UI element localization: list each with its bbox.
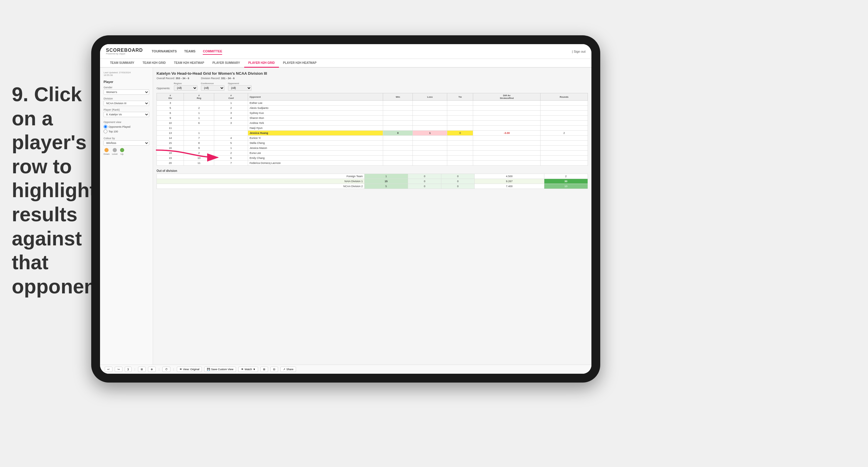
nav-tournaments[interactable]: TOURNAMENTS xyxy=(152,48,177,55)
tab-team-h2h-grid[interactable]: TEAM H2H GRID xyxy=(138,59,170,68)
th-tie: Tie xyxy=(447,93,473,101)
tab-player-h2h-grid[interactable]: PLAYER H2H GRID xyxy=(244,59,279,68)
division-label: Division xyxy=(103,97,149,100)
legend-level: Level xyxy=(112,148,117,155)
table-row[interactable]: 14 7 4 Eunice Yi xyxy=(157,136,588,141)
bottom-toolbar: ↩ ↪ ⟫ | ⊞ ⊕ | ⏱ | 👁 View: Original 💾 Sav… xyxy=(100,365,591,374)
out-of-division-section: Out of division Foreign Team 1 0 0 4.500… xyxy=(157,169,588,189)
filter-row: Opponents: Region (All) Conference (All) xyxy=(157,82,588,91)
nav-bar: SCOREBOARD Powered by clippd TOURNAMENTS… xyxy=(100,44,591,59)
main-content: Last Updated: 27/03/2024 16:55:38 Player… xyxy=(100,68,591,365)
tablet-frame: SCOREBOARD Powered by clippd TOURNAMENTS… xyxy=(91,35,600,382)
nav-committee[interactable]: COMMITTEE xyxy=(203,48,222,55)
grid-title: Katelyn Vo Head-to-Head Grid for Women's… xyxy=(157,71,588,75)
logo-main: SCOREBOARD xyxy=(106,48,143,53)
annotation-text: 9. Click on a player's row to highlight … xyxy=(12,83,91,299)
division-select[interactable]: NCAA Division III xyxy=(103,101,149,106)
table-row[interactable]: 10 6 3 Andrea York xyxy=(157,121,588,126)
table-row[interactable]: 20 11 7 Federica Domecq Lacroze xyxy=(157,161,588,166)
opponent-view: Opponent view Opponents Played Top 100 xyxy=(103,121,149,133)
table-row[interactable]: 15 8 5 Stella Cheng xyxy=(157,141,588,146)
opponent-select[interactable]: (All) xyxy=(228,85,252,91)
copy-button[interactable]: ⊞ xyxy=(138,367,146,372)
th-win: Win xyxy=(383,93,413,101)
opponents-label: Opponents: xyxy=(157,87,170,91)
table-row[interactable]: 3 1 Esther Lee xyxy=(157,101,588,106)
legend-down: Down xyxy=(103,148,110,155)
legend-level-dot xyxy=(113,148,117,152)
conference-filter: Conference (All) xyxy=(201,82,224,91)
sign-out-link[interactable]: | Sign out xyxy=(572,50,586,53)
table-row[interactable]: Foreign Team 1 0 0 4.500 2 xyxy=(157,174,588,179)
table-row[interactable]: 5 2 2 Alexis Sudjianto xyxy=(157,106,588,111)
right-content: Katelyn Vo Head-to-Head Grid for Women's… xyxy=(153,68,591,365)
view-original-button[interactable]: 👁 View: Original xyxy=(177,367,202,372)
th-loss: Loss xyxy=(413,93,447,101)
table-row[interactable]: 9 1 4 Sharon Mun xyxy=(157,116,588,121)
save-custom-button[interactable]: 💾 Save Custom View xyxy=(204,367,236,372)
table-row[interactable]: 18 2 2 Euna Lee xyxy=(157,151,588,156)
radio-top100[interactable]: Top 100 xyxy=(103,129,149,133)
legend-down-dot xyxy=(104,148,108,152)
share-icon: ↗ xyxy=(283,368,285,371)
gender-select[interactable]: Women's xyxy=(103,89,149,95)
region-filter: Region (All) xyxy=(174,82,197,91)
watch-icon: 👁 xyxy=(241,368,244,371)
out-of-division-label: Out of division xyxy=(157,169,588,173)
main-table: #Div #Reg #Conf Opponent Win Loss Tie Di… xyxy=(157,93,588,166)
tablet-screen: SCOREBOARD Powered by clippd TOURNAMENTS… xyxy=(100,44,591,374)
nav-teams[interactable]: TEAMS xyxy=(184,48,196,55)
player-rank-select[interactable]: 8. Katelyn Vo xyxy=(103,112,149,117)
share-button[interactable]: ↗ Share xyxy=(280,367,296,372)
tab-team-summary[interactable]: TEAM SUMMARY xyxy=(106,59,138,68)
region-select[interactable]: (All) xyxy=(174,85,197,91)
legend-up: Up xyxy=(120,148,124,155)
conference-select[interactable]: (All) xyxy=(201,85,224,91)
left-panel: Last Updated: 27/03/2024 16:55:38 Player… xyxy=(100,68,153,365)
table-row-highlighted[interactable]: 13 1 Jessica Huang 0 1 0 -3.00 2 xyxy=(157,131,588,136)
radio-opponents-played[interactable]: Opponents Played xyxy=(103,125,149,129)
radio-group: Opponents Played Top 100 xyxy=(103,125,149,133)
redo-button[interactable]: ↪ xyxy=(115,367,122,372)
resize-button[interactable]: ⊞ xyxy=(260,367,268,372)
player-section-title: Player xyxy=(103,80,149,84)
undo-button[interactable]: ↩ xyxy=(105,367,113,372)
table-header-row: #Div #Reg #Conf Opponent Win Loss Tie Di… xyxy=(157,93,588,101)
division-record: Division Record: 331 - 34 - 6 xyxy=(201,77,235,80)
table-row[interactable]: NCAA Division 2 5 0 0 7.400 10 xyxy=(157,184,588,189)
out-of-div-table: Foreign Team 1 0 0 4.500 2 NAIA Division… xyxy=(157,174,588,189)
eye-icon: 👁 xyxy=(180,368,182,371)
grid-button[interactable]: ⊟ xyxy=(270,367,278,372)
table-row[interactable]: 16 9 1 Jessica Mason xyxy=(157,146,588,151)
logo-sub: Powered by clippd xyxy=(106,53,143,55)
clock-button[interactable]: ⏱ xyxy=(162,367,170,372)
watch-button[interactable]: 👁 Watch ▼ xyxy=(238,367,258,372)
save-icon: 💾 xyxy=(207,368,210,371)
th-reg: #Reg xyxy=(184,93,214,101)
nav-items: TOURNAMENTS TEAMS COMMITTEE xyxy=(152,48,563,55)
th-div: #Div xyxy=(157,93,184,101)
paste-button[interactable]: ⊕ xyxy=(148,367,156,372)
colour-by-select[interactable]: Win/loss xyxy=(103,141,149,146)
table-row[interactable]: 19 10 6 Emily Chang xyxy=(157,156,588,161)
th-diff: Diff AvStrokes/Rnd xyxy=(473,93,540,101)
table-row[interactable]: 6 1 3 Sydney Kuo xyxy=(157,111,588,116)
sub-nav: TEAM SUMMARY TEAM H2H GRID TEAM H2H HEAT… xyxy=(100,59,591,68)
table-row[interactable]: NAIA Division 1 15 0 0 9.267 30 xyxy=(157,179,588,184)
tab-team-h2h-heatmap[interactable]: TEAM H2H HEATMAP xyxy=(170,59,208,68)
table-row[interactable]: 11 Haeji Hyun xyxy=(157,126,588,131)
tab-player-summary[interactable]: PLAYER SUMMARY xyxy=(208,59,244,68)
records-row: Overall Record: 353 - 34 - 6 Division Re… xyxy=(157,77,588,80)
last-updated: Last Updated: 27/03/2024 16:55:38 xyxy=(103,71,149,76)
opponent-view-title: Opponent view xyxy=(103,121,149,124)
logo: SCOREBOARD Powered by clippd xyxy=(106,48,143,55)
forward-button[interactable]: ⟫ xyxy=(125,367,131,372)
colour-by: Colour by Win/loss xyxy=(103,137,149,146)
gender-label: Gender xyxy=(103,86,149,89)
tab-player-h2h-heatmap[interactable]: PLAYER H2H HEATMAP xyxy=(279,59,321,68)
player-rank-label: Player (Rank) xyxy=(103,108,149,111)
legend-up-dot xyxy=(120,148,124,152)
th-conf: #Conf xyxy=(214,93,248,101)
legend: Down Level Up xyxy=(103,148,149,155)
colour-by-label: Colour by xyxy=(103,137,149,140)
